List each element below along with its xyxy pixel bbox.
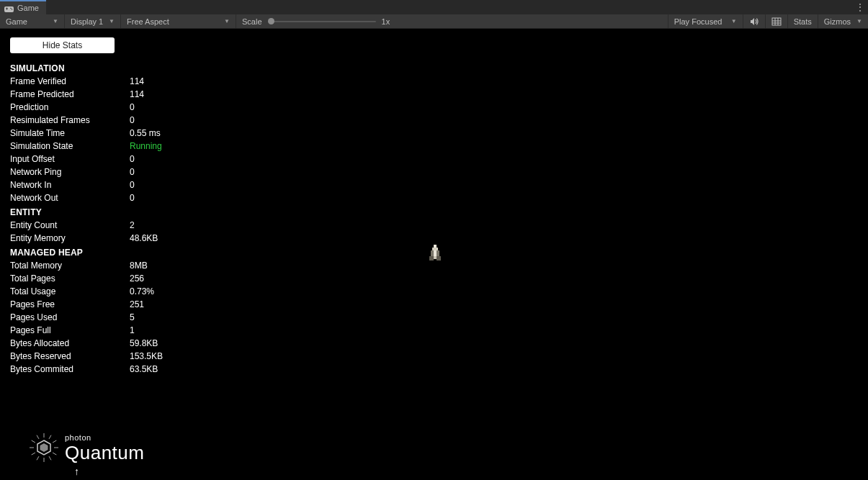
stat-label: Pages Free [10, 298, 130, 311]
gizmos-dropdown[interactable]: Gizmos ▼ [818, 14, 868, 28]
stat-value: 251 [130, 298, 144, 311]
tab-label: Game [17, 4, 39, 12]
stat-value: 48.6KB [130, 232, 158, 245]
stat-value: 0 [130, 191, 135, 204]
stat-row: Entity Count2 [10, 219, 163, 232]
stat-label: Bytes Allocated [10, 337, 130, 350]
stat-value: 0 [130, 178, 135, 191]
svg-point-3 [12, 9, 13, 10]
section-title: SIMULATION [10, 63, 163, 73]
mute-button[interactable] [743, 14, 765, 28]
stat-row: Bytes Allocated59.8KB [10, 337, 163, 350]
chevron-down-icon: ▼ [731, 18, 737, 24]
stat-row: Network In0 [10, 178, 163, 191]
stat-label: Bytes Reserved [10, 350, 130, 363]
arrow-up-icon: ↑ [74, 466, 79, 477]
stat-row: Bytes Commited63.5KB [10, 363, 163, 376]
tab-bar: Game ⋮ [0, 0, 868, 14]
hide-stats-button[interactable]: Hide Stats [10, 37, 115, 53]
grid-icon [771, 17, 782, 27]
scale-slider[interactable] [268, 21, 376, 22]
logo-big-text: Quantum [65, 443, 144, 462]
svg-line-16 [37, 456, 39, 460]
stat-value: 0 [130, 166, 135, 178]
speaker-icon [749, 17, 759, 27]
chevron-down-icon: ▼ [856, 18, 862, 24]
stat-label: Total Pages [10, 272, 130, 285]
svg-line-14 [49, 456, 51, 460]
stat-value: 114 [130, 75, 144, 88]
svg-line-20 [37, 435, 39, 439]
stat-label: Total Memory [10, 259, 130, 272]
section-title: MANAGED HEAP [10, 248, 163, 258]
stat-value: 256 [130, 272, 144, 285]
stat-value: 59.8KB [130, 337, 158, 350]
stat-value: 153.5KB [130, 350, 163, 363]
game-toolbar: Game ▼ Display 1 ▼ Free Aspect ▼ Scale 1… [0, 14, 868, 29]
svg-rect-4 [772, 18, 781, 25]
play-mode-dropdown[interactable]: Play Focused ▼ [668, 14, 743, 28]
stat-row: Prediction0 [10, 101, 163, 114]
svg-line-11 [53, 440, 56, 443]
stat-label: Network Ping [10, 166, 130, 178]
aspect-label: Free Aspect [127, 17, 169, 26]
photon-mark-icon [29, 433, 59, 463]
slider-thumb[interactable] [268, 18, 274, 24]
game-viewport: Hide Stats SIMULATION Frame Verified114F… [0, 29, 868, 480]
chevron-down-icon: ▼ [53, 18, 58, 24]
stat-row: Simulate Time0.55 ms [10, 127, 163, 140]
svg-marker-22 [40, 443, 48, 452]
svg-line-13 [53, 453, 56, 455]
stat-row: Input Offset0 [10, 153, 163, 166]
stat-value: 5 [130, 311, 135, 324]
stat-row: Frame Predicted114 [10, 88, 163, 101]
stat-row: Simulation StateRunning [10, 140, 163, 153]
stat-row: Network Ping0 [10, 166, 163, 178]
stat-value: Running [130, 140, 162, 153]
stat-row: Entity Memory48.6KB [10, 232, 163, 245]
display-dropdown[interactable]: Display 1 ▼ [65, 14, 121, 28]
stat-value: 114 [130, 88, 144, 101]
vsync-button[interactable] [765, 14, 787, 28]
stat-value: 0 [130, 114, 135, 127]
stat-row: Network Out0 [10, 191, 163, 204]
display-label: Display 1 [71, 17, 103, 26]
chevron-down-icon: ▼ [109, 18, 115, 24]
aspect-dropdown[interactable]: Free Aspect ▼ [121, 14, 236, 28]
stat-label: Network Out [10, 191, 130, 204]
stat-row: Total Usage0.73% [10, 285, 163, 298]
stat-label: Resimulated Frames [10, 114, 130, 127]
stat-row: Frame Verified114 [10, 75, 163, 88]
stats-overlay: Hide Stats SIMULATION Frame Verified114F… [10, 37, 163, 376]
stats-button[interactable]: Stats [787, 14, 818, 28]
stat-row: Resimulated Frames0 [10, 114, 163, 127]
scale-control: Scale 1x [236, 17, 395, 26]
mode-dropdown[interactable]: Game ▼ [0, 14, 65, 28]
stat-label: Entity Count [10, 219, 130, 232]
play-mode-label: Play Focused [674, 17, 722, 26]
photon-quantum-logo: photon Quantum [29, 433, 144, 463]
stat-label: Prediction [10, 101, 130, 114]
stat-label: Pages Used [10, 311, 130, 324]
stat-label: Frame Predicted [10, 88, 130, 101]
scale-label: Scale [242, 17, 262, 26]
gizmos-label: Gizmos [824, 17, 851, 26]
stat-value: 8MB [130, 259, 148, 272]
stats-label: Stats [794, 17, 812, 26]
gamepad-icon [4, 5, 14, 11]
stat-row: Pages Used5 [10, 311, 163, 324]
stat-value: 0.73% [130, 285, 154, 298]
stat-value: 2 [130, 219, 135, 232]
kebab-menu[interactable]: ⋮ [856, 0, 864, 14]
scale-value: 1x [382, 17, 390, 26]
svg-line-19 [32, 440, 35, 443]
tab-game[interactable]: Game [0, 0, 46, 14]
stat-value: 0 [130, 101, 135, 114]
stat-label: Network In [10, 178, 130, 191]
svg-rect-1 [6, 8, 7, 10]
player-ship-sprite [428, 245, 442, 262]
stat-value: 0 [130, 153, 135, 166]
stat-label: Simulation State [10, 140, 130, 153]
logo-small-text: photon [65, 434, 144, 442]
stat-value: 1 [130, 324, 135, 337]
